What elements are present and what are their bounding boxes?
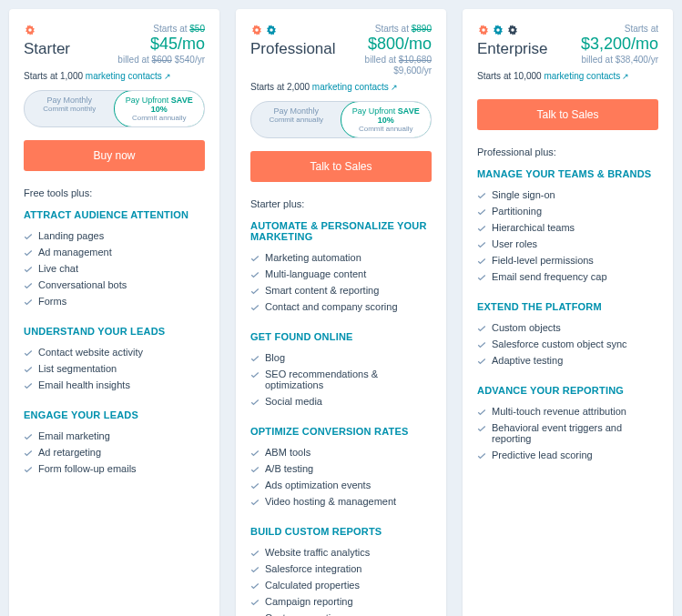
- sprocket-icon: [250, 24, 263, 36]
- tier-plus-label: Free tools plus:: [24, 187, 205, 198]
- sprocket-icon-row: [477, 24, 547, 36]
- contacts-prefix: Starts at 10,000: [477, 71, 542, 81]
- feature-section: OPTIMIZE CONVERSION RATESABM toolsA/B te…: [250, 426, 432, 510]
- toggle-pay-upfront[interactable]: Pay Upfront SAVE 10%Commit annually: [341, 101, 433, 139]
- price: $800/mo: [336, 35, 432, 55]
- check-icon: [477, 191, 486, 200]
- feature-label: Smart content & reporting: [265, 285, 379, 296]
- talk-to-sales-button[interactable]: Talk to Sales: [250, 151, 432, 182]
- feature-label: Blog: [265, 352, 285, 363]
- feature-item: Social media: [250, 393, 432, 409]
- external-link-icon: ↗: [391, 83, 398, 92]
- feature-label: List segmentation: [38, 363, 117, 374]
- billed-prefix: billed at: [581, 55, 612, 65]
- check-icon: [24, 381, 33, 390]
- marketing-contacts-link[interactable]: marketing contacts: [544, 71, 620, 81]
- feature-section-title: AUTOMATE & PERSONALIZE YOUR MARKETING: [250, 220, 432, 242]
- toggle-pay-monthly[interactable]: Pay MonthlyCommit monthly: [25, 91, 115, 127]
- sprocket-icon: [265, 24, 278, 36]
- buy-now-button[interactable]: Buy now: [24, 140, 205, 171]
- check-icon: [250, 549, 260, 558]
- feature-section: AUTOMATE & PERSONALIZE YOUR MARKETINGMar…: [250, 220, 432, 315]
- feature-section: ADVANCE YOUR REPORTINGMulti-touch revenu…: [477, 385, 658, 463]
- check-icon: [24, 365, 33, 374]
- billed-value: $9,600/yr: [393, 66, 432, 76]
- feature-item: Contact website activity: [24, 344, 205, 360]
- sprocket-icon-row: [250, 24, 336, 36]
- feature-section: BUILD CUSTOM REPORTSWebsite traffic anal…: [250, 526, 432, 616]
- feature-item: Custom objects: [477, 319, 658, 336]
- feature-label: Video hosting & management: [265, 496, 396, 507]
- feature-label: ABM tools: [265, 447, 310, 458]
- feature-label: Partitioning: [492, 206, 542, 217]
- toggle-right-main: Pay Upfront: [352, 106, 396, 116]
- billed-value: $38,400/yr: [616, 55, 658, 65]
- toggle-pay-upfront[interactable]: Pay Upfront SAVE 10%Commit annually: [114, 90, 206, 128]
- toggle-left-main: Pay Monthly: [273, 106, 319, 116]
- feature-label: Ad retargeting: [38, 447, 101, 458]
- feature-item: User roles: [477, 236, 658, 252]
- check-icon: [250, 598, 260, 607]
- check-icon: [24, 449, 33, 458]
- feature-label: Email send frequency cap: [492, 271, 607, 282]
- starts-at-label: Starts at: [153, 24, 187, 34]
- tier-name: Enterprise: [477, 40, 547, 58]
- feature-item: Email health insights: [24, 377, 205, 393]
- check-icon: [477, 451, 486, 460]
- feature-label: SEO recommendations & optimizations: [265, 369, 432, 390]
- tier-name: Professional: [250, 40, 336, 58]
- check-icon: [477, 273, 486, 282]
- tier-plus-label: Professional plus:: [477, 146, 658, 157]
- marketing-contacts-link[interactable]: marketing contacts: [86, 71, 162, 81]
- check-icon: [24, 432, 33, 441]
- feature-label: Contact website activity: [38, 347, 143, 358]
- check-icon: [250, 481, 260, 490]
- feature-label: User roles: [492, 238, 537, 249]
- feature-item: Smart content & reporting: [250, 282, 432, 298]
- check-icon: [250, 370, 260, 379]
- pricing-card: EnterpriseStarts at$3,200/mobilled at $3…: [463, 9, 673, 616]
- billing-toggle[interactable]: Pay MonthlyCommit annuallyPay Upfront SA…: [250, 101, 432, 139]
- feature-item: Blog: [250, 349, 432, 366]
- feature-item: Behavioral event triggers and reporting: [477, 419, 658, 447]
- feature-label: Predictive lead scoring: [492, 449, 593, 460]
- external-link-icon: ↗: [164, 72, 171, 81]
- feature-section: UNDERSTAND YOUR LEADSContact website act…: [24, 326, 205, 393]
- feature-label: Website traffic analytics: [265, 547, 370, 558]
- price: $45/mo: [117, 35, 205, 55]
- feature-section-title: OPTIMIZE CONVERSION RATES: [250, 426, 432, 437]
- feature-label: Email marketing: [38, 430, 110, 441]
- price: $3,200/mo: [581, 35, 658, 55]
- feature-item: SEO recommendations & optimizations: [250, 366, 432, 393]
- contacts-prefix: Starts at 1,000: [24, 71, 83, 81]
- check-icon: [477, 324, 486, 333]
- talk-to-sales-button[interactable]: Talk to Sales: [477, 99, 658, 130]
- feature-label: A/B testing: [265, 463, 313, 474]
- feature-item: Ads optimization events: [250, 477, 432, 493]
- check-icon: [24, 465, 33, 474]
- marketing-contacts-link[interactable]: marketing contacts: [312, 82, 389, 92]
- toggle-pay-monthly[interactable]: Pay MonthlyCommit annually: [251, 102, 341, 138]
- check-icon: [250, 581, 260, 591]
- pricing-card: ProfessionalStarts at $890$800/mobilled …: [236, 9, 446, 616]
- feature-label: Hierarchical teams: [492, 222, 575, 233]
- check-icon: [24, 232, 33, 241]
- starts-at-label: Starts at: [625, 24, 658, 34]
- feature-label: Adaptive testing: [492, 355, 563, 366]
- pricing-card: StarterStarts at $50$45/mobilled at $600…: [9, 9, 219, 616]
- external-link-icon: ↗: [622, 72, 629, 81]
- feature-item: Conversational bots: [24, 277, 205, 293]
- feature-section-title: MANAGE YOUR TEAMS & BRANDS: [477, 168, 658, 179]
- feature-section-title: UNDERSTAND YOUR LEADS: [24, 326, 205, 337]
- feature-item: Video hosting & management: [250, 493, 432, 510]
- check-icon: [250, 465, 260, 474]
- contacts-prefix: Starts at 2,000: [250, 82, 310, 92]
- toggle-right-sub: Commit annually: [345, 125, 428, 133]
- feature-section-title: BUILD CUSTOM REPORTS: [250, 526, 432, 537]
- feature-label: Calculated properties: [265, 580, 360, 591]
- toggle-left-sub: Commit monthly: [28, 105, 111, 113]
- billing-toggle[interactable]: Pay MonthlyCommit monthlyPay Upfront SAV…: [24, 90, 205, 128]
- feature-label: Contact and company scoring: [265, 301, 398, 312]
- tier-plus-label: Starter plus:: [250, 198, 432, 209]
- check-icon: [477, 207, 486, 217]
